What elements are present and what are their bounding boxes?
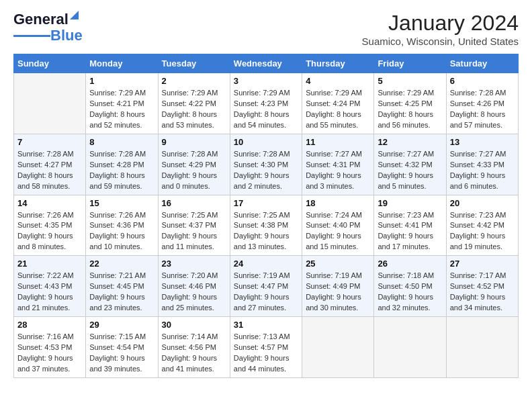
cell-content: Sunrise: 7:29 AMSunset: 4:23 PMDaylight:… (234, 88, 298, 131)
cell-content: Sunrise: 7:27 AMSunset: 4:31 PMDaylight:… (306, 149, 370, 192)
day-number: 24 (234, 259, 298, 269)
cell-content: Sunrise: 7:16 AMSunset: 4:53 PMDaylight:… (17, 332, 82, 375)
day-number: 19 (378, 198, 442, 208)
cell-content: Sunrise: 7:19 AMSunset: 4:49 PMDaylight:… (306, 271, 370, 314)
cell-content: Sunrise: 7:13 AMSunset: 4:57 PMDaylight:… (234, 332, 298, 375)
calendar-cell: 28Sunrise: 7:16 AMSunset: 4:53 PMDayligh… (14, 317, 86, 378)
cell-content: Sunrise: 7:27 AMSunset: 4:32 PMDaylight:… (378, 149, 442, 192)
calendar-cell: 21Sunrise: 7:22 AMSunset: 4:43 PMDayligh… (14, 256, 86, 317)
calendar-cell: 16Sunrise: 7:25 AMSunset: 4:37 PMDayligh… (158, 195, 230, 256)
day-number: 27 (450, 259, 515, 269)
day-number: 21 (17, 259, 82, 269)
week-row-1: 1Sunrise: 7:29 AMSunset: 4:21 PMDaylight… (14, 73, 519, 134)
day-number: 28 (17, 320, 82, 330)
cell-content: Sunrise: 7:28 AMSunset: 4:26 PMDaylight:… (450, 88, 515, 131)
calendar-cell: 10Sunrise: 7:28 AMSunset: 4:30 PMDayligh… (230, 134, 302, 195)
day-number: 5 (378, 76, 442, 86)
day-number: 14 (17, 198, 82, 208)
calendar-cell: 11Sunrise: 7:27 AMSunset: 4:31 PMDayligh… (302, 134, 374, 195)
day-number: 17 (234, 198, 298, 208)
day-number: 13 (450, 137, 515, 147)
day-number: 31 (234, 320, 298, 330)
page-title: January 2024 (362, 11, 519, 36)
col-header-thursday: Thursday (302, 54, 374, 73)
cell-content: Sunrise: 7:23 AMSunset: 4:42 PMDaylight:… (450, 210, 515, 253)
day-number: 4 (306, 76, 370, 86)
day-number: 6 (450, 76, 515, 86)
calendar-cell: 23Sunrise: 7:20 AMSunset: 4:46 PMDayligh… (158, 256, 230, 317)
week-row-3: 14Sunrise: 7:26 AMSunset: 4:35 PMDayligh… (14, 195, 519, 256)
col-header-tuesday: Tuesday (158, 54, 230, 73)
cell-content: Sunrise: 7:22 AMSunset: 4:43 PMDaylight:… (17, 271, 82, 314)
title-area: January 2024 Suamico, Wisconsin, United … (362, 11, 519, 47)
header-row: SundayMondayTuesdayWednesdayThursdayFrid… (14, 54, 519, 73)
calendar-cell: 15Sunrise: 7:26 AMSunset: 4:36 PMDayligh… (86, 195, 158, 256)
day-number: 22 (89, 259, 154, 269)
calendar-cell: 25Sunrise: 7:19 AMSunset: 4:49 PMDayligh… (302, 256, 374, 317)
calendar-cell: 9Sunrise: 7:28 AMSunset: 4:29 PMDaylight… (158, 134, 230, 195)
cell-content: Sunrise: 7:15 AMSunset: 4:54 PMDaylight:… (89, 332, 154, 375)
day-number: 10 (234, 137, 298, 147)
cell-content: Sunrise: 7:25 AMSunset: 4:38 PMDaylight:… (234, 210, 298, 253)
calendar-cell: 22Sunrise: 7:21 AMSunset: 4:45 PMDayligh… (86, 256, 158, 317)
day-number: 11 (306, 137, 370, 147)
calendar-cell: 13Sunrise: 7:27 AMSunset: 4:33 PMDayligh… (446, 134, 518, 195)
day-number: 15 (89, 198, 154, 208)
logo: General Blue (13, 11, 83, 44)
calendar-cell: 4Sunrise: 7:29 AMSunset: 4:24 PMDaylight… (302, 73, 374, 134)
calendar-cell: 27Sunrise: 7:17 AMSunset: 4:52 PMDayligh… (446, 256, 518, 317)
cell-content: Sunrise: 7:26 AMSunset: 4:35 PMDaylight:… (17, 210, 82, 253)
cell-content: Sunrise: 7:29 AMSunset: 4:22 PMDaylight:… (162, 88, 226, 131)
calendar-cell: 26Sunrise: 7:18 AMSunset: 4:50 PMDayligh… (374, 256, 446, 317)
calendar-table: SundayMondayTuesdayWednesdayThursdayFrid… (13, 54, 519, 378)
calendar-cell: 17Sunrise: 7:25 AMSunset: 4:38 PMDayligh… (230, 195, 302, 256)
calendar-cell: 8Sunrise: 7:28 AMSunset: 4:28 PMDaylight… (86, 134, 158, 195)
calendar-cell: 7Sunrise: 7:28 AMSunset: 4:27 PMDaylight… (14, 134, 86, 195)
day-number: 8 (89, 137, 154, 147)
logo-blue-text: Blue (50, 28, 83, 44)
col-header-friday: Friday (374, 54, 446, 73)
calendar-cell (302, 317, 374, 378)
calendar-cell (374, 317, 446, 378)
day-number: 1 (89, 76, 154, 86)
cell-content: Sunrise: 7:29 AMSunset: 4:24 PMDaylight:… (306, 88, 370, 131)
calendar-cell: 29Sunrise: 7:15 AMSunset: 4:54 PMDayligh… (86, 317, 158, 378)
calendar-cell: 1Sunrise: 7:29 AMSunset: 4:21 PMDaylight… (86, 73, 158, 134)
calendar-cell: 3Sunrise: 7:29 AMSunset: 4:23 PMDaylight… (230, 73, 302, 134)
calendar-cell: 19Sunrise: 7:23 AMSunset: 4:41 PMDayligh… (374, 195, 446, 256)
cell-content: Sunrise: 7:27 AMSunset: 4:33 PMDaylight:… (450, 149, 515, 192)
cell-content: Sunrise: 7:23 AMSunset: 4:41 PMDaylight:… (378, 210, 442, 253)
calendar-cell: 2Sunrise: 7:29 AMSunset: 4:22 PMDaylight… (158, 73, 230, 134)
cell-content: Sunrise: 7:28 AMSunset: 4:27 PMDaylight:… (17, 149, 82, 192)
day-number: 20 (450, 198, 515, 208)
cell-content: Sunrise: 7:28 AMSunset: 4:28 PMDaylight:… (89, 149, 154, 192)
cell-content: Sunrise: 7:29 AMSunset: 4:21 PMDaylight:… (89, 88, 154, 131)
day-number: 23 (162, 259, 226, 269)
calendar-cell: 12Sunrise: 7:27 AMSunset: 4:32 PMDayligh… (374, 134, 446, 195)
calendar-cell: 20Sunrise: 7:23 AMSunset: 4:42 PMDayligh… (446, 195, 518, 256)
col-header-wednesday: Wednesday (230, 54, 302, 73)
calendar-cell: 14Sunrise: 7:26 AMSunset: 4:35 PMDayligh… (14, 195, 86, 256)
day-number: 26 (378, 259, 442, 269)
week-row-2: 7Sunrise: 7:28 AMSunset: 4:27 PMDaylight… (14, 134, 519, 195)
calendar-cell (14, 73, 86, 134)
cell-content: Sunrise: 7:18 AMSunset: 4:50 PMDaylight:… (378, 271, 442, 314)
col-header-monday: Monday (86, 54, 158, 73)
cell-content: Sunrise: 7:26 AMSunset: 4:36 PMDaylight:… (89, 210, 154, 253)
week-row-5: 28Sunrise: 7:16 AMSunset: 4:53 PMDayligh… (14, 317, 519, 378)
day-number: 7 (17, 137, 82, 147)
calendar-cell: 30Sunrise: 7:14 AMSunset: 4:56 PMDayligh… (158, 317, 230, 378)
calendar-cell: 6Sunrise: 7:28 AMSunset: 4:26 PMDaylight… (446, 73, 518, 134)
day-number: 30 (162, 320, 226, 330)
calendar-cell: 5Sunrise: 7:29 AMSunset: 4:25 PMDaylight… (374, 73, 446, 134)
calendar-cell: 18Sunrise: 7:24 AMSunset: 4:40 PMDayligh… (302, 195, 374, 256)
day-number: 29 (89, 320, 154, 330)
cell-content: Sunrise: 7:21 AMSunset: 4:45 PMDaylight:… (89, 271, 154, 314)
calendar-cell: 24Sunrise: 7:19 AMSunset: 4:47 PMDayligh… (230, 256, 302, 317)
day-number: 25 (306, 259, 370, 269)
cell-content: Sunrise: 7:24 AMSunset: 4:40 PMDaylight:… (306, 210, 370, 253)
cell-content: Sunrise: 7:28 AMSunset: 4:30 PMDaylight:… (234, 149, 298, 192)
cell-content: Sunrise: 7:20 AMSunset: 4:46 PMDaylight:… (162, 271, 226, 314)
cell-content: Sunrise: 7:25 AMSunset: 4:37 PMDaylight:… (162, 210, 226, 253)
day-number: 3 (234, 76, 298, 86)
